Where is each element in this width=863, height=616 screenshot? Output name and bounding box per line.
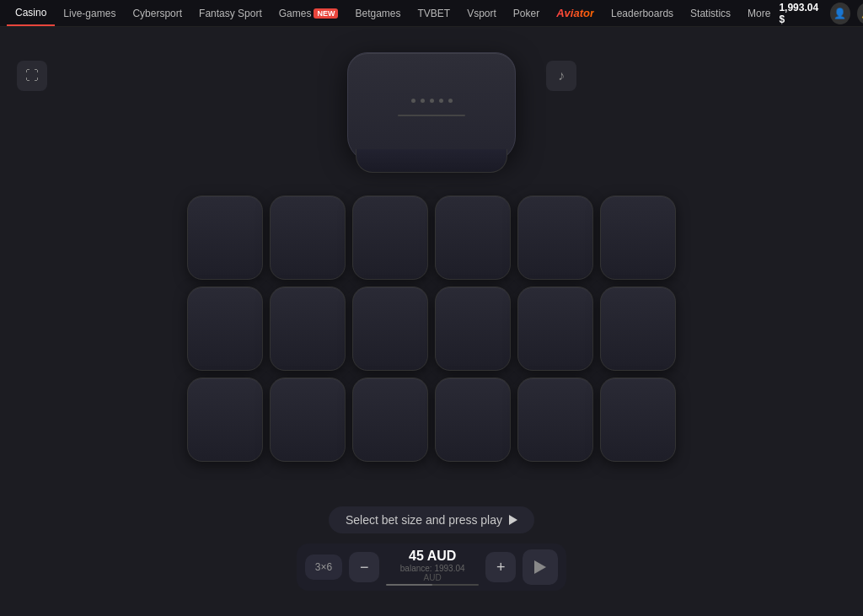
screen-dot-3 <box>430 99 434 103</box>
console-screen-dots <box>411 99 453 103</box>
nav-cybersport[interactable]: Cybersport <box>124 0 190 26</box>
tile-2-2[interactable] <box>352 378 428 462</box>
nav-leaderboards[interactable]: Leaderboards <box>603 0 682 26</box>
tile-2-0[interactable] <box>187 378 263 462</box>
nav-poker[interactable]: Poker <box>505 0 548 26</box>
bet-amount: 45 AUD <box>409 549 456 564</box>
screen-dot-4 <box>439 99 443 103</box>
game-area: ⛶ ♪ <box>0 27 863 616</box>
nav-live-games[interactable]: Live-games <box>55 0 124 26</box>
top-right-control: ♪ <box>546 61 576 91</box>
tile-0-5[interactable] <box>600 196 676 280</box>
bet-size-label[interactable]: 3×6 <box>305 554 342 580</box>
balance-value: 1,993.04 $ <box>779 2 823 25</box>
tile-2-3[interactable] <box>435 378 511 462</box>
notifications-btn[interactable]: 🔔 <box>857 3 863 24</box>
nav-games[interactable]: Games NEW <box>271 0 347 26</box>
tile-0-4[interactable] <box>517 196 593 280</box>
expand-icon: ⛶ <box>25 68 39 83</box>
nav-vsport[interactable]: Vsport <box>458 0 505 26</box>
play-button[interactable] <box>523 549 558 585</box>
tile-1-4[interactable] <box>517 287 593 371</box>
console-bar <box>398 115 465 116</box>
top-left-controls: ⛶ <box>17 61 47 91</box>
new-badge: NEW <box>314 8 338 19</box>
nav-tvbet[interactable]: TVBET <box>410 0 459 26</box>
bet-balance: balance: 1993.04 <box>400 564 465 573</box>
tile-0-2[interactable] <box>352 196 428 280</box>
user-avatar-btn[interactable]: 👤 <box>830 3 850 24</box>
tile-2-5[interactable] <box>600 378 676 462</box>
screen-dot-2 <box>421 99 425 103</box>
expand-button[interactable]: ⛶ <box>17 61 47 91</box>
nav-casino[interactable]: Casino <box>7 0 55 26</box>
bet-progress-fill <box>386 584 432 586</box>
tile-0-1[interactable] <box>270 196 346 280</box>
nav-betgames[interactable]: Betgames <box>346 0 409 26</box>
top-navigation: Casino Live-games Cybersport Fantasy Spo… <box>0 0 863 27</box>
tile-1-5[interactable] <box>600 287 676 371</box>
tile-2-1[interactable] <box>270 378 346 462</box>
console-display <box>347 52 516 170</box>
console-bottom <box>356 149 507 173</box>
screen-dot-5 <box>448 99 453 103</box>
tile-1-3[interactable] <box>435 287 511 371</box>
screen-dot-1 <box>411 99 415 103</box>
nav-statistics[interactable]: Statistics <box>682 0 739 26</box>
tile-1-1[interactable] <box>270 287 346 371</box>
nav-fantasy-sport[interactable]: Fantasy Sport <box>190 0 271 26</box>
nav-aviator[interactable]: Aviator <box>548 0 603 26</box>
bottom-area: Select bet size and press play 3×6 − 45 … <box>263 506 600 591</box>
bet-progress-bar <box>386 584 479 586</box>
bet-currency: AUD <box>424 573 442 582</box>
music-button[interactable]: ♪ <box>546 61 576 91</box>
tile-2-4[interactable] <box>517 378 593 462</box>
tile-0-3[interactable] <box>435 196 511 280</box>
nav-more[interactable]: More <box>739 0 779 26</box>
bet-decrease-button[interactable]: − <box>349 552 379 582</box>
music-icon: ♪ <box>558 68 565 83</box>
play-button-icon <box>534 560 546 574</box>
console-body <box>347 52 516 162</box>
tiles-grid <box>187 196 676 462</box>
tile-0-0[interactable] <box>187 196 263 280</box>
bet-increase-button[interactable]: + <box>485 552 516 582</box>
tile-1-0[interactable] <box>187 287 263 371</box>
bet-controls: 3×6 − 45 AUD balance: 1993.04 AUD + <box>297 544 566 591</box>
tile-1-2[interactable] <box>352 287 428 371</box>
bet-prompt: Select bet size and press play <box>329 506 534 533</box>
bet-prompt-text: Select bet size and press play <box>346 513 502 527</box>
bet-value-block: 45 AUD balance: 1993.04 AUD <box>386 549 479 586</box>
play-triangle-icon <box>509 515 517 525</box>
